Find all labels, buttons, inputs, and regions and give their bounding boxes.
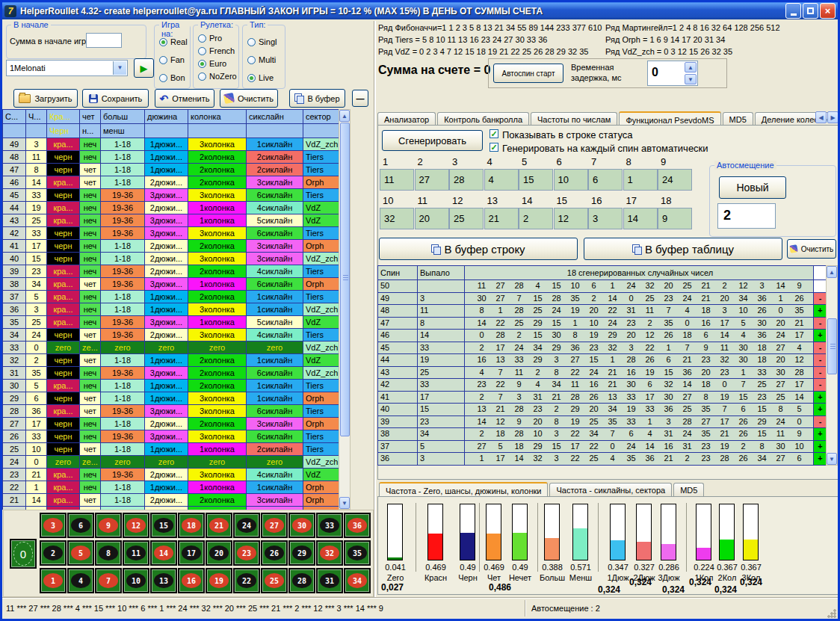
spins-row-numbers[interactable]: 1171432322254353621223282634276 [465,453,813,465]
history-cell[interactable]: 1-18 [101,443,144,455]
history-cell[interactable]: 2дюжи... [145,202,188,214]
history-cell[interactable]: неч [80,469,100,481]
history-cell[interactable]: 3сиклайн [247,494,303,506]
history-cell[interactable]: 25 [26,316,46,328]
spins-row-numbers[interactable]: 812825241920223111741831026035 [465,305,813,317]
history-cell[interactable]: 2колонка [188,291,246,303]
combobox-dropdown-icon[interactable]: ▼ [113,61,126,75]
history-cell[interactable]: неч [80,481,100,493]
history-cell[interactable]: 6сиклайн [247,278,303,290]
history-cell[interactable]: 2дюжи... [145,469,188,481]
history-cell[interactable]: 3колонка [188,329,246,341]
spins-row-numbers[interactable]: 1412920819253533132827172629240 [465,416,813,428]
history-cell[interactable]: 21 [26,469,46,481]
grid-value-cell[interactable]: 11 [380,169,414,191]
board-cell-22[interactable]: 22 [233,568,260,593]
history-cell[interactable]: Tiers [303,430,339,442]
history-cell[interactable]: 3дюжи... [145,278,188,290]
history-cell[interactable]: неч [80,151,100,163]
history-cell[interactable]: 2колонка [188,354,246,366]
history-spin-cell[interactable]: 42 [3,227,25,239]
tab-3[interactable]: Функционал PsevdoMS [619,111,720,126]
maximize-button[interactable] [803,3,818,19]
history-spin-cell[interactable]: 41 [3,240,25,252]
history-cell[interactable]: 5 [26,291,46,303]
radio-french[interactable]: French [198,46,235,55]
history-cell[interactable]: чет [80,392,100,404]
board-cell-1[interactable]: 1 [40,568,67,593]
spins-scroll-thumb[interactable] [827,318,837,374]
board-cell-27[interactable]: 27 [261,513,288,538]
board-cell-21[interactable]: 21 [206,513,232,538]
history-cell[interactable]: VdZ_zch [303,303,339,315]
history-cell[interactable]: 1сиклайн [247,392,303,404]
history-cell[interactable]: чет [80,405,100,417]
history-cell[interactable]: Tiers [303,189,339,201]
history-cell[interactable]: Orph [303,481,339,493]
history-cell[interactable]: неч [80,430,100,442]
spins-row-numbers[interactable]: 14222529151102423235016175302021 [465,318,813,330]
history-spin-cell[interactable]: 38 [3,278,25,290]
spins-row-spin[interactable]: 47 [378,318,417,330]
history-cell[interactable]: 2дюжи... [145,176,188,188]
history-cell[interactable]: 3дюжи... [145,316,188,328]
history-cell[interactable]: неч [80,303,100,315]
history-cell[interactable]: 1сиклайн [247,291,303,303]
history-cell[interactable]: 1дюжи... [145,303,188,315]
history-cell[interactable]: VdZ_zch [303,456,339,468]
spins-row-spin[interactable]: 41 [378,392,417,404]
history-cell[interactable]: 1сиклайн [247,138,303,150]
autospin-start-button[interactable]: Автоспин старт [493,64,563,83]
history-cell[interactable]: 2дюжи... [145,240,188,252]
board-cell-4[interactable]: 4 [67,568,94,593]
grid-value-cell[interactable]: 20 [415,208,449,229]
history-spin-cell[interactable]: 45 [3,189,25,201]
history-cell[interactable]: zero [188,342,246,353]
delay-up-icon[interactable]: ▲ [685,62,697,72]
history-cell[interactable]: 24 [26,329,46,341]
apply-preset-button[interactable]: ▶ [134,58,154,78]
history-cell[interactable]: Tiers [303,265,339,277]
history-cell[interactable]: 2колонка [188,367,246,379]
history-cell[interactable]: 3колонка [188,430,246,442]
history-cell[interactable]: черн [47,392,79,404]
history-cell[interactable]: 0 [26,456,46,468]
board-zero-cell[interactable]: 0 [10,539,37,569]
history-cell[interactable]: 2колонка [188,151,246,163]
spins-row-spin[interactable]: 38 [378,428,417,440]
collapse-button[interactable]: — [352,90,368,107]
history-cell[interactable]: VdZ [303,202,339,214]
board-cell-2[interactable]: 2 [40,540,67,566]
show-status-checkbox[interactable]: ✓ Показывать в строке статуса [490,129,633,140]
board-cell-31[interactable]: 31 [316,568,343,593]
history-cell[interactable]: черн [47,189,79,201]
history-cell[interactable]: 19-36 [101,265,144,277]
history-cell[interactable]: 1дюжи... [145,443,188,455]
history-cell[interactable]: 3дюжи... [145,227,188,239]
spins-row-numbers[interactable]: 218281032234764312435212615119 [465,428,813,440]
board-cell-18[interactable]: 18 [178,513,205,538]
save-button[interactable]: Сохранить [82,89,149,108]
history-cell[interactable]: zero [47,342,79,353]
spins-row-spin[interactable]: 45 [378,342,417,354]
history-cell[interactable]: 0 [26,342,46,353]
grid-value-cell[interactable]: 6 [588,169,623,191]
history-cell[interactable]: 6сиклайн [247,227,303,239]
board-cell-5[interactable]: 5 [67,540,94,566]
history-cell[interactable]: 2дюжи... [145,265,188,277]
history-cell[interactable]: 3колонка [188,405,246,417]
spins-table-scrollbar[interactable]: ▲ ▼ [826,265,838,466]
history-spin-cell[interactable]: 22 [3,481,25,493]
history-cell[interactable]: 1-18 [101,303,144,315]
history-cell[interactable]: неч [80,227,100,239]
history-cell[interactable]: Tiers [303,380,339,392]
history-cell[interactable]: 4сиклайн [247,469,303,481]
history-cell[interactable]: неч [80,418,100,430]
board-cell-8[interactable]: 8 [95,540,122,566]
board-cell-36[interactable]: 36 [344,513,371,538]
history-spin-cell[interactable]: 35 [3,316,25,328]
history-spin-cell[interactable]: 36 [3,303,25,315]
board-cell-34[interactable]: 34 [344,568,371,593]
history-cell[interactable]: кра... [47,138,79,150]
history-cell[interactable]: VdZ_zch [303,138,339,150]
